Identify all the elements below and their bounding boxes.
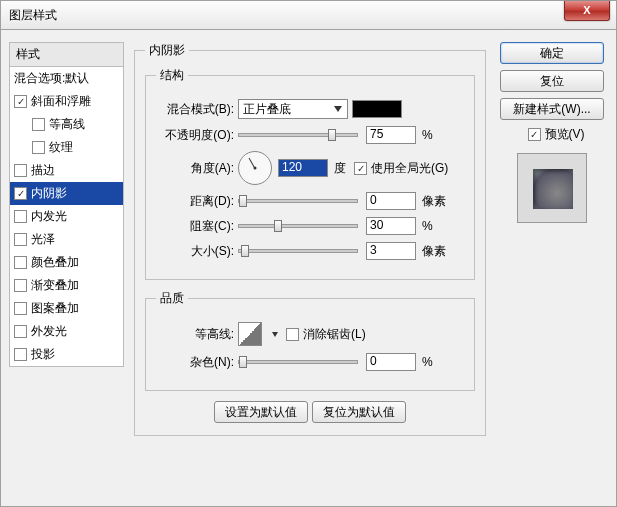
choke-unit: %: [422, 219, 433, 233]
checkbox-icon: [354, 162, 367, 175]
ok-button[interactable]: 确定: [500, 42, 604, 64]
chevron-down-icon[interactable]: [272, 332, 278, 337]
global-light-label: 使用全局光(G): [371, 160, 448, 177]
new-style-button[interactable]: 新建样式(W)...: [500, 98, 604, 120]
main-panel: 内阴影 结构 混合模式(B): 正片叠底 不透明度(O): 75 %: [134, 42, 486, 498]
title-bar: 图层样式 X: [0, 0, 617, 30]
chevron-down-icon: [331, 102, 345, 116]
contour-picker[interactable]: [238, 322, 262, 346]
checkbox-icon: [286, 328, 299, 341]
checkbox-icon: [14, 348, 27, 361]
inner-shadow-group: 内阴影 结构 混合模式(B): 正片叠底 不透明度(O): 75 %: [134, 42, 486, 436]
size-label: 大小(S):: [156, 243, 238, 260]
global-light-checkbox[interactable]: 使用全局光(G): [354, 160, 448, 177]
angle-dial[interactable]: [238, 151, 272, 185]
sidebar-item-label: 外发光: [31, 323, 67, 340]
contour-label: 等高线:: [156, 326, 238, 343]
antialias-label: 消除锯齿(L): [303, 326, 366, 343]
choke-label: 阻塞(C):: [156, 218, 238, 235]
checkbox-icon: [32, 141, 45, 154]
structure-group: 结构 混合模式(B): 正片叠底 不透明度(O): 75 % 角度: [145, 67, 475, 280]
sidebar-item-4[interactable]: 描边: [10, 159, 123, 182]
sidebar-item-label: 等高线: [49, 116, 85, 133]
size-unit: 像素: [422, 243, 446, 260]
checkbox-icon: [14, 210, 27, 223]
close-button[interactable]: X: [564, 1, 610, 21]
checkbox-icon: [14, 302, 27, 315]
angle-label: 角度(A):: [156, 160, 238, 177]
opacity-label: 不透明度(O):: [156, 127, 238, 144]
noise-label: 杂色(N):: [156, 354, 238, 371]
antialias-checkbox[interactable]: 消除锯齿(L): [286, 326, 366, 343]
sidebar-item-label: 颜色叠加: [31, 254, 79, 271]
noise-slider[interactable]: [238, 360, 358, 364]
styles-header[interactable]: 样式: [9, 42, 124, 67]
sidebar-item-label: 光泽: [31, 231, 55, 248]
styles-sidebar: 样式 混合选项:默认斜面和浮雕等高线纹理描边内阴影内发光光泽颜色叠加渐变叠加图案…: [9, 42, 124, 367]
preview-checkbox[interactable]: 预览(V): [528, 126, 585, 143]
window-title: 图层样式: [9, 7, 57, 24]
sidebar-item-label: 纹理: [49, 139, 73, 156]
sidebar-item-3[interactable]: 纹理: [10, 136, 123, 159]
sidebar-item-label: 斜面和浮雕: [31, 93, 91, 110]
panel-title: 内阴影: [145, 42, 189, 59]
dialog-body: 样式 混合选项:默认斜面和浮雕等高线纹理描边内阴影内发光光泽颜色叠加渐变叠加图案…: [0, 30, 617, 507]
distance-label: 距离(D):: [156, 193, 238, 210]
preview-thumbnail: [517, 153, 587, 223]
opacity-input[interactable]: 75: [366, 126, 416, 144]
checkbox-icon: [14, 95, 27, 108]
sidebar-item-8[interactable]: 颜色叠加: [10, 251, 123, 274]
size-input[interactable]: 3: [366, 242, 416, 260]
color-swatch[interactable]: [352, 100, 402, 118]
quality-group: 品质 等高线: 消除锯齿(L) 杂色(N): 0 %: [145, 290, 475, 391]
reset-default-button[interactable]: 复位为默认值: [312, 401, 406, 423]
choke-input[interactable]: 30: [366, 217, 416, 235]
noise-input[interactable]: 0: [366, 353, 416, 371]
blend-mode-value: 正片叠底: [243, 101, 291, 118]
cancel-button[interactable]: 复位: [500, 70, 604, 92]
blend-mode-label: 混合模式(B):: [156, 101, 238, 118]
sidebar-item-label: 渐变叠加: [31, 277, 79, 294]
sidebar-item-10[interactable]: 图案叠加: [10, 297, 123, 320]
styles-list: 混合选项:默认斜面和浮雕等高线纹理描边内阴影内发光光泽颜色叠加渐变叠加图案叠加外…: [9, 67, 124, 367]
checkbox-icon: [528, 128, 541, 141]
sidebar-item-0[interactable]: 混合选项:默认: [10, 67, 123, 90]
checkbox-icon: [14, 256, 27, 269]
sidebar-item-12[interactable]: 投影: [10, 343, 123, 366]
distance-slider[interactable]: [238, 199, 358, 203]
angle-unit: 度: [334, 160, 346, 177]
sidebar-item-label: 投影: [31, 346, 55, 363]
sidebar-item-label: 内发光: [31, 208, 67, 225]
make-default-button[interactable]: 设置为默认值: [214, 401, 308, 423]
preview-label: 预览(V): [545, 126, 585, 143]
sidebar-item-6[interactable]: 内发光: [10, 205, 123, 228]
sidebar-item-2[interactable]: 等高线: [10, 113, 123, 136]
checkbox-icon: [14, 325, 27, 338]
distance-unit: 像素: [422, 193, 446, 210]
checkbox-icon: [14, 187, 27, 200]
blend-mode-combo[interactable]: 正片叠底: [238, 99, 348, 119]
opacity-unit: %: [422, 128, 433, 142]
checkbox-icon: [14, 233, 27, 246]
right-column: 确定 复位 新建样式(W)... 预览(V): [500, 42, 604, 223]
opacity-slider[interactable]: [238, 133, 358, 137]
checkbox-icon: [14, 164, 27, 177]
sidebar-item-label: 图案叠加: [31, 300, 79, 317]
sidebar-item-11[interactable]: 外发光: [10, 320, 123, 343]
checkbox-icon: [14, 279, 27, 292]
sidebar-item-7[interactable]: 光泽: [10, 228, 123, 251]
checkbox-icon: [32, 118, 45, 131]
sidebar-item-5[interactable]: 内阴影: [10, 182, 123, 205]
angle-input[interactable]: 120: [278, 159, 328, 177]
sidebar-item-1[interactable]: 斜面和浮雕: [10, 90, 123, 113]
sidebar-item-label: 混合选项:默认: [14, 70, 89, 87]
size-slider[interactable]: [238, 249, 358, 253]
distance-input[interactable]: 0: [366, 192, 416, 210]
sidebar-item-label: 内阴影: [31, 185, 67, 202]
choke-slider[interactable]: [238, 224, 358, 228]
structure-legend: 结构: [156, 67, 188, 84]
sidebar-item-label: 描边: [31, 162, 55, 179]
noise-unit: %: [422, 355, 433, 369]
sidebar-item-9[interactable]: 渐变叠加: [10, 274, 123, 297]
quality-legend: 品质: [156, 290, 188, 307]
